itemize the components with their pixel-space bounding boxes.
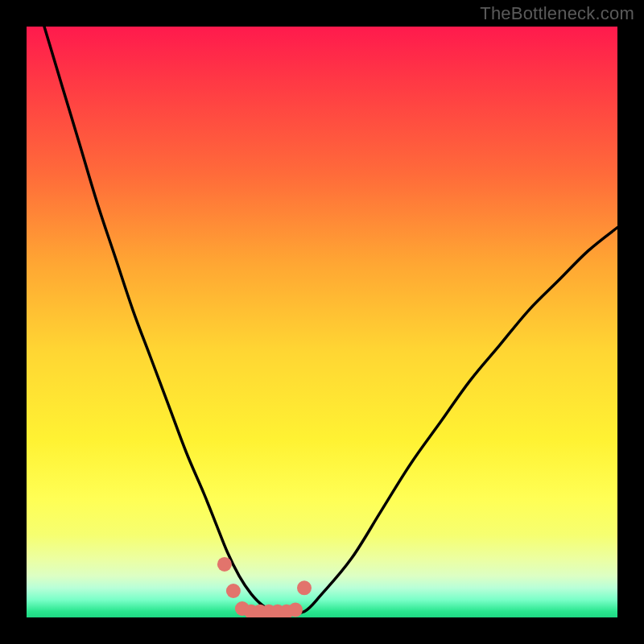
marker-group [217, 557, 312, 617]
plot-area [27, 27, 617, 617]
marker-dot [288, 603, 303, 617]
marker-dot [217, 557, 232, 572]
watermark-text: TheBottleneck.com [480, 3, 634, 24]
chart-frame: TheBottleneck.com [0, 0, 644, 644]
bottleneck-curve [44, 27, 617, 613]
marker-dot [297, 580, 312, 595]
marker-dot [226, 584, 241, 598]
chart-svg [27, 27, 617, 617]
